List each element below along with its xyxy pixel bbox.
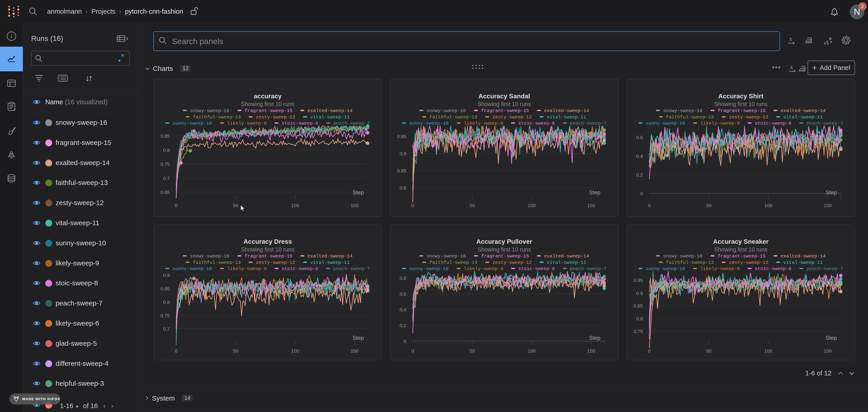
svg-text:0.75: 0.75 xyxy=(160,161,170,167)
svg-text:Step: Step xyxy=(826,189,837,195)
svg-text:150: 150 xyxy=(350,203,359,208)
svg-text:0.9: 0.9 xyxy=(163,273,170,278)
svg-text:0.85: 0.85 xyxy=(160,286,170,291)
svg-text:likely-sweep-9: likely-sweep-9 xyxy=(464,266,503,272)
svg-text:Step: Step xyxy=(352,189,364,195)
svg-text:vital-sweep-11: vital-sweep-11 xyxy=(547,260,586,265)
svg-text:fragrant-sweep-15: fragrant-sweep-15 xyxy=(481,108,529,114)
svg-text:likely-sweep-9: likely-sweep-9 xyxy=(227,121,267,126)
svg-text:fragrant-sweep-15: fragrant-sweep-15 xyxy=(481,254,529,259)
svg-text:sunny-sweep-10: sunny-sweep-10 xyxy=(646,266,685,272)
svg-text:zesty-sweep-12: zesty-sweep-12 xyxy=(729,115,768,120)
svg-text:sunny-sweep-10: sunny-sweep-10 xyxy=(409,121,448,126)
svg-text:sunny-sweep-10: sunny-sweep-10 xyxy=(646,121,685,126)
svg-text:accuracy: accuracy xyxy=(254,93,282,100)
svg-text:peach-sweep-7: peach-sweep-7 xyxy=(570,121,607,126)
svg-text:peach-sweep-7: peach-sweep-7 xyxy=(806,266,843,272)
svg-text:sunny-sweep-10: sunny-sweep-10 xyxy=(409,266,448,272)
svg-text:Showing first 10 runs: Showing first 10 runs xyxy=(477,101,531,107)
svg-text:sunny-sweep-10: sunny-sweep-10 xyxy=(173,266,212,272)
svg-text:150: 150 xyxy=(824,203,832,208)
svg-text:*: * xyxy=(120,55,125,62)
svg-text:0: 0 xyxy=(404,339,406,344)
svg-text:stoic-sweep-8: stoic-sweep-8 xyxy=(755,266,792,272)
svg-text:sunny-sweep-10: sunny-sweep-10 xyxy=(173,121,212,126)
svg-text:fragrant-sweep-15: fragrant-sweep-15 xyxy=(245,108,292,114)
svg-text:Accuracy Shirt: Accuracy Shirt xyxy=(718,93,764,100)
svg-text:exalted-sweep-14: exalted-sweep-14 xyxy=(781,254,826,259)
svg-text:100: 100 xyxy=(528,203,535,208)
svg-text:0.2: 0.2 xyxy=(636,172,643,178)
svg-text:stoic-sweep-8: stoic-sweep-8 xyxy=(282,121,318,126)
svg-text:exalted-sweep-14: exalted-sweep-14 xyxy=(544,108,589,114)
svg-text:snowy-sweep-16: snowy-sweep-16 xyxy=(427,108,466,114)
svg-text:likely-sweep-9: likely-sweep-9 xyxy=(700,266,740,272)
svg-text:0.6: 0.6 xyxy=(400,291,406,296)
svg-text:Step: Step xyxy=(352,335,364,341)
svg-text:Showing first 10 runs: Showing first 10 runs xyxy=(241,246,294,253)
svg-text:0.8: 0.8 xyxy=(163,148,170,153)
svg-text:likely-sweep-9: likely-sweep-9 xyxy=(227,266,267,272)
svg-text:stoic-sweep-8: stoic-sweep-8 xyxy=(282,266,318,272)
svg-text:peach-sweep-7: peach-sweep-7 xyxy=(333,121,370,126)
svg-text:100: 100 xyxy=(528,348,535,353)
svg-text:zesty-sweep-12: zesty-sweep-12 xyxy=(256,115,295,120)
svg-text:Accuracy Dress: Accuracy Dress xyxy=(243,238,292,245)
svg-text:vital-sweep-11: vital-sweep-11 xyxy=(783,115,823,120)
svg-text:100: 100 xyxy=(764,348,772,353)
svg-text:50: 50 xyxy=(469,203,475,208)
svg-text:peach-sweep-7: peach-sweep-7 xyxy=(333,266,370,272)
svg-text:stoic-sweep-8: stoic-sweep-8 xyxy=(518,266,555,272)
svg-text:Showing first 10 runs: Showing first 10 runs xyxy=(241,101,294,107)
svg-text:0.75: 0.75 xyxy=(160,313,170,318)
svg-text:vital-sweep-11: vital-sweep-11 xyxy=(310,260,349,265)
svg-text:stoic-sweep-8: stoic-sweep-8 xyxy=(755,121,792,126)
svg-text:0.8: 0.8 xyxy=(400,276,406,281)
svg-text:likely-sweep-9: likely-sweep-9 xyxy=(464,121,503,126)
svg-text:zesty-sweep-12: zesty-sweep-12 xyxy=(729,260,768,265)
svg-text:0.85: 0.85 xyxy=(633,303,643,309)
svg-text:100: 100 xyxy=(291,348,299,353)
svg-text:exalted-sweep-14: exalted-sweep-14 xyxy=(544,254,589,259)
svg-text:50: 50 xyxy=(706,348,711,353)
svg-text:vital-sweep-11: vital-sweep-11 xyxy=(310,115,349,120)
svg-text:Step: Step xyxy=(589,189,600,195)
svg-text:faithful-sweep-13: faithful-sweep-13 xyxy=(666,260,714,265)
svg-text:fragrant-sweep-15: fragrant-sweep-15 xyxy=(718,108,766,114)
svg-text:50: 50 xyxy=(233,348,238,353)
svg-text:fragrant-sweep-15: fragrant-sweep-15 xyxy=(718,254,766,259)
svg-text:faithful-sweep-13: faithful-sweep-13 xyxy=(193,115,241,120)
svg-text:0: 0 xyxy=(175,203,178,208)
svg-text:0: 0 xyxy=(411,203,414,208)
svg-text:zesty-sweep-12: zesty-sweep-12 xyxy=(492,260,532,265)
svg-text:likely-sweep-9: likely-sweep-9 xyxy=(700,121,740,126)
svg-text:faithful-sweep-13: faithful-sweep-13 xyxy=(429,260,477,265)
svg-text:exalted-sweep-14: exalted-sweep-14 xyxy=(308,254,352,259)
svg-text:0: 0 xyxy=(411,348,414,353)
svg-text:x: x xyxy=(790,64,793,70)
svg-text:snowy-sweep-16: snowy-sweep-16 xyxy=(190,254,229,259)
svg-text:Accuracy Pullover: Accuracy Pullover xyxy=(476,238,532,245)
svg-text:100: 100 xyxy=(291,203,299,208)
svg-text:stoic-sweep-8: stoic-sweep-8 xyxy=(518,121,555,126)
svg-text:peach-sweep-7: peach-sweep-7 xyxy=(806,121,843,126)
svg-text:0: 0 xyxy=(640,191,643,196)
svg-text:exalted-sweep-14: exalted-sweep-14 xyxy=(308,108,352,114)
svg-text:Showing first 10 runs: Showing first 10 runs xyxy=(714,246,767,253)
svg-text:Showing first 10 runs: Showing first 10 runs xyxy=(477,246,531,253)
svg-text:snowy-sweep-16: snowy-sweep-16 xyxy=(427,254,466,259)
svg-text:Step: Step xyxy=(826,335,837,341)
svg-text:fragrant-sweep-15: fragrant-sweep-15 xyxy=(245,254,292,259)
svg-text:exalted-sweep-14: exalted-sweep-14 xyxy=(781,108,826,114)
svg-text:x: x xyxy=(789,36,792,42)
svg-text:50: 50 xyxy=(469,348,475,353)
svg-text:faithful-sweep-13: faithful-sweep-13 xyxy=(193,260,241,265)
svg-text:0.85: 0.85 xyxy=(397,168,406,173)
svg-text:vital-sweep-11: vital-sweep-11 xyxy=(783,260,823,265)
svg-text:Accuracy Sneaker: Accuracy Sneaker xyxy=(713,238,769,245)
svg-text:0: 0 xyxy=(648,348,651,353)
svg-text:snowy-sweep-16: snowy-sweep-16 xyxy=(190,108,229,114)
svg-text:50: 50 xyxy=(706,203,711,208)
svg-text:150: 150 xyxy=(350,348,359,353)
svg-text:0.95: 0.95 xyxy=(397,134,406,139)
